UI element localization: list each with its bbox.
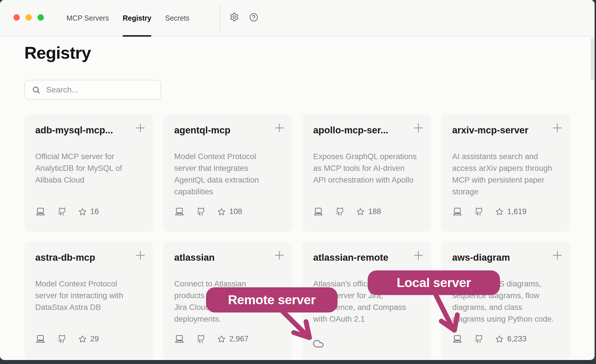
card-description-line: Model Context Protocol xyxy=(35,278,123,290)
add-server-button[interactable] xyxy=(413,250,423,261)
card-description-line: capabilities xyxy=(174,186,259,197)
settings-gear-icon[interactable] xyxy=(230,12,239,22)
card-description-line: Atlassian's official remote xyxy=(313,278,406,290)
star-icon xyxy=(356,208,364,216)
server-card[interactable]: atlassian Connect to Atlassianproducts s… xyxy=(163,242,292,359)
add-server-button[interactable] xyxy=(275,123,284,134)
add-server-button[interactable] xyxy=(136,250,145,261)
server-card-title: apollo-mcp-ser... xyxy=(313,125,411,136)
github-icon xyxy=(197,207,205,216)
zoom-window-button[interactable] xyxy=(38,14,44,21)
card-description-line: Confluence, and Compass xyxy=(313,301,406,313)
server-card-description: Generate AWS diagrams,sequence diagrams,… xyxy=(452,278,554,325)
server-card[interactable]: astra-db-mcp Model Context Protocolserve… xyxy=(24,242,153,359)
server-card-title: atlassian-remote xyxy=(313,252,411,263)
laptop-icon xyxy=(35,207,46,216)
github-icon xyxy=(58,335,66,343)
server-card-description: Atlassian's official remoteMCP server fo… xyxy=(313,278,406,325)
title-bar: MCP Servers Registry Secrets xyxy=(0,0,595,37)
server-card[interactable]: atlassian-remote Atlassian's official re… xyxy=(302,242,431,359)
card-description-line: Exposes GraphQL operations xyxy=(313,151,417,162)
server-card-description: Model Context Protocolserver for interac… xyxy=(35,278,123,313)
server-card[interactable]: arxiv-mcp-server AI assistants search an… xyxy=(441,114,570,232)
server-card-description: Official MCP server forAnalyticDB for My… xyxy=(35,151,122,186)
card-description-line: access arXiv papers through xyxy=(452,162,552,174)
star-count: 29 xyxy=(90,335,99,343)
add-server-button[interactable] xyxy=(136,123,145,134)
star-icon xyxy=(79,335,87,343)
close-window-button[interactable] xyxy=(13,14,20,21)
main-tabs: MCP Servers Registry Secrets xyxy=(66,0,189,36)
add-server-button[interactable] xyxy=(552,250,562,261)
server-card[interactable]: agentql-mcp Model Context Protocolserver… xyxy=(163,114,292,232)
github-icon xyxy=(336,207,344,216)
add-server-button[interactable] xyxy=(552,123,562,134)
app-window: MCP Servers Registry Secrets Registry xyxy=(0,0,595,360)
add-server-button[interactable] xyxy=(275,250,284,261)
star-icon xyxy=(79,208,87,216)
card-description-line: Generate AWS diagrams, xyxy=(452,278,554,290)
server-card-title: atlassian xyxy=(174,252,272,263)
laptop-icon xyxy=(452,335,462,343)
card-description-line: Jira Cloud and Server/DC xyxy=(174,301,264,313)
search-icon xyxy=(32,86,40,94)
server-card-description: Exposes GraphQL operationsas MCP tools f… xyxy=(313,151,417,186)
star-count: 188 xyxy=(368,207,381,216)
card-description-line: diagrams using Python code. xyxy=(452,313,554,325)
card-description-line: products supporting both xyxy=(174,290,264,301)
card-description-line: Model Context Protocol xyxy=(174,151,259,162)
card-description-line: with OAuth 2.1 xyxy=(313,313,406,325)
laptop-icon xyxy=(35,335,46,343)
card-description-line: AgentQL data extraction xyxy=(174,174,259,186)
card-description-line: storage xyxy=(452,186,552,197)
github-icon xyxy=(475,335,483,343)
search-input[interactable] xyxy=(46,85,154,95)
page-title: Registry xyxy=(24,43,91,63)
card-description-line: server that integrates xyxy=(174,162,259,174)
star-count: 16 xyxy=(90,207,99,216)
card-description-line: deployments. xyxy=(174,313,264,325)
star-icon xyxy=(495,208,503,216)
github-icon xyxy=(197,335,205,343)
card-grid: adb-mysql-mcp... Official MCP server for… xyxy=(24,114,570,359)
server-card-description: AI assistants search andaccess arXiv pap… xyxy=(452,151,552,197)
card-description-line: sequence diagrams, flow xyxy=(452,290,554,301)
star-count: 2,967 xyxy=(229,335,249,343)
server-card-title: adb-mysql-mcp... xyxy=(35,125,133,136)
add-server-button[interactable] xyxy=(413,123,423,134)
card-description-line: MCP with persistent paper xyxy=(452,174,552,186)
laptop-icon xyxy=(452,207,462,216)
card-description-line: Official MCP server for xyxy=(35,151,122,162)
card-description-line: AI assistants search and xyxy=(452,151,552,162)
card-description-line: Connect to Atlassian xyxy=(174,278,264,290)
github-icon xyxy=(475,207,483,216)
scrollbar-thumb[interactable] xyxy=(591,38,594,80)
card-description-line: Alibaba Cloud xyxy=(35,174,122,186)
card-description-line: server for interacting with xyxy=(35,290,123,301)
card-description-line: AnalyticDB for MySQL of xyxy=(35,162,122,174)
search-box[interactable] xyxy=(24,80,161,100)
server-card-description: Connect to Atlassianproducts supporting … xyxy=(174,278,264,325)
card-description-line: MCP server for Jira, xyxy=(313,290,406,301)
server-card[interactable]: adb-mysql-mcp... Official MCP server for… xyxy=(24,114,153,232)
server-card-title: astra-db-mcp xyxy=(35,252,133,263)
laptop-icon xyxy=(313,207,324,216)
cloud-icon xyxy=(312,345,325,350)
star-icon xyxy=(217,208,226,216)
tab-registry[interactable]: Registry xyxy=(123,0,151,36)
server-card[interactable]: apollo-mcp-ser... Exposes GraphQL operat… xyxy=(302,114,431,232)
card-description-line: API orchestration with Apollo xyxy=(313,174,417,186)
star-count: 1,619 xyxy=(507,207,527,216)
server-card[interactable]: aws-diagram Generate AWS diagrams,sequen… xyxy=(441,242,570,359)
server-card-title: aws-diagram xyxy=(452,252,550,263)
star-icon xyxy=(495,335,503,343)
card-description-line: diagrams, and class xyxy=(452,301,554,313)
tab-secrets[interactable]: Secrets xyxy=(165,0,189,36)
header-divider xyxy=(220,6,220,30)
laptop-icon xyxy=(174,207,185,216)
card-description-line: DataStax Astra DB xyxy=(35,301,123,313)
help-icon[interactable] xyxy=(249,13,258,22)
star-count: 108 xyxy=(229,207,242,216)
minimize-window-button[interactable] xyxy=(26,14,32,21)
tab-mcp-servers[interactable]: MCP Servers xyxy=(66,0,109,36)
